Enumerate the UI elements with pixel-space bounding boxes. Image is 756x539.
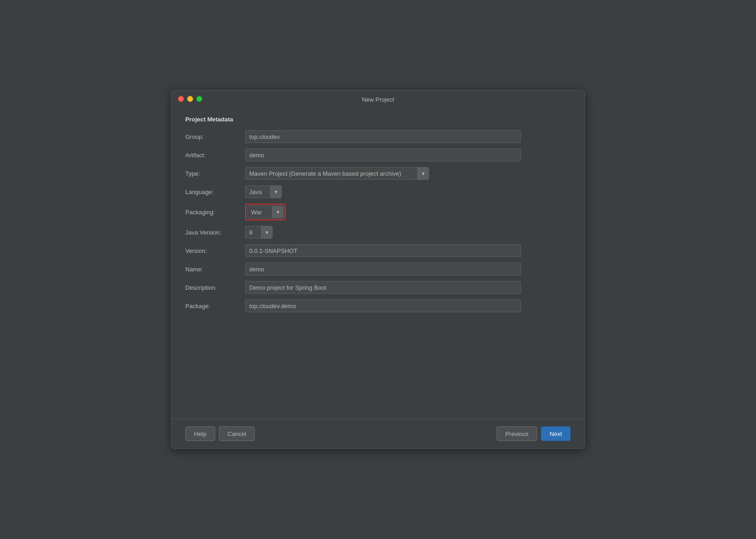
packaging-dropdown-container: War ▼ — [247, 206, 284, 218]
package-label: Package: — [185, 303, 245, 310]
name-input[interactable] — [245, 263, 521, 275]
packaging-dropdown-arrow[interactable]: ▼ — [272, 206, 283, 218]
java-version-label: Java Version: — [185, 229, 245, 236]
name-row: Name: — [185, 263, 571, 275]
type-row: Type: Maven Project (Generate a Maven ba… — [185, 167, 571, 180]
package-input[interactable] — [245, 299, 521, 312]
dialog-content: Project Metadata Group: Artifact: Type: … — [172, 107, 584, 419]
minimize-button[interactable] — [187, 96, 193, 102]
language-row: Language: Java ▼ — [185, 185, 571, 198]
dialog-footer: Help Cancel Previous Next — [172, 419, 584, 448]
packaging-label: Packaging: — [185, 209, 245, 216]
window-title: New Project — [362, 96, 394, 103]
java-version-dropdown-arrow[interactable]: ▼ — [261, 226, 272, 238]
language-dropdown-container: Java ▼ — [245, 185, 282, 198]
packaging-row: Packaging: War ▼ — [185, 204, 571, 220]
type-dropdown-container: Maven Project (Generate a Maven based pr… — [245, 167, 429, 180]
artifact-row: Artifact: — [185, 149, 571, 161]
title-bar: New Project — [172, 91, 584, 107]
group-label: Group: — [185, 133, 245, 140]
package-row: Package: — [185, 299, 571, 312]
help-button[interactable]: Help — [185, 426, 215, 441]
group-input[interactable] — [245, 130, 521, 143]
type-dropdown-arrow[interactable]: ▼ — [418, 167, 429, 179]
description-label: Description: — [185, 284, 245, 291]
window-controls — [178, 96, 202, 102]
type-label: Type: — [185, 170, 245, 177]
java-version-dropdown-text: 8 — [246, 227, 261, 238]
description-row: Description: — [185, 281, 571, 294]
footer-left: Help Cancel — [185, 426, 255, 441]
description-input[interactable] — [245, 281, 521, 294]
java-version-dropdown-container: 8 ▼ — [245, 226, 273, 239]
previous-button[interactable]: Previous — [497, 426, 538, 441]
version-input[interactable] — [245, 244, 521, 257]
language-dropdown-arrow[interactable]: ▼ — [270, 186, 281, 198]
artifact-input[interactable] — [245, 149, 521, 161]
packaging-highlight: War ▼ — [245, 204, 286, 220]
version-row: Version: — [185, 244, 571, 257]
new-project-dialog: New Project Project Metadata Group: Arti… — [171, 90, 585, 449]
packaging-dropdown-text: War — [247, 207, 272, 218]
section-title: Project Metadata — [185, 116, 571, 123]
close-button[interactable] — [178, 96, 184, 102]
group-row: Group: — [185, 130, 571, 143]
java-version-row: Java Version: 8 ▼ — [185, 226, 571, 239]
maximize-button[interactable] — [196, 96, 202, 102]
name-label: Name: — [185, 266, 245, 273]
footer-right: Previous Next — [497, 426, 571, 441]
type-dropdown-text: Maven Project (Generate a Maven based pr… — [246, 168, 418, 179]
artifact-label: Artifact: — [185, 152, 245, 159]
language-dropdown-text: Java — [246, 187, 270, 197]
cancel-button[interactable]: Cancel — [219, 426, 255, 441]
version-label: Version: — [185, 247, 245, 254]
next-button[interactable]: Next — [541, 426, 571, 441]
language-label: Language: — [185, 189, 245, 195]
